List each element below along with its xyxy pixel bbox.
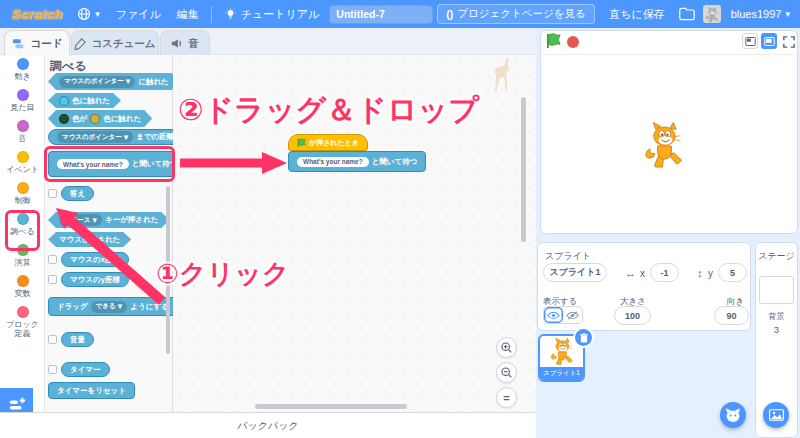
monitor-checkbox[interactable]	[48, 189, 57, 198]
show-button[interactable]	[544, 307, 563, 323]
palette-category-header: 調べる	[50, 58, 87, 75]
block-volume[interactable]: 音量	[61, 332, 94, 347]
tab-costumes[interactable]: コスチューム	[71, 30, 159, 56]
monitor-checkbox[interactable]	[48, 275, 57, 284]
add-sprite-button[interactable]	[720, 402, 746, 428]
block-key-pressed[interactable]: スペース▾ キーが押された	[48, 212, 169, 228]
menu-file[interactable]: ファイル	[110, 0, 167, 28]
dropdown-field[interactable]: マウスのポインター▾	[57, 131, 133, 143]
zoom-in-button[interactable]	[496, 337, 517, 358]
script-ask-and-wait[interactable]: What's your name? と聞いて待つ	[288, 151, 426, 172]
menu-tutorials[interactable]: チュートリアル	[218, 0, 326, 28]
chevron-down-icon: ▾	[95, 10, 100, 19]
dropdown-field[interactable]: マウスのポインター▾	[59, 76, 135, 88]
green-flag-icon	[297, 138, 306, 148]
block-answer[interactable]: 答え	[61, 186, 94, 201]
sprite-name-input[interactable]	[543, 263, 607, 282]
sprite-panel-title: スプライト	[545, 250, 591, 263]
category-color-dot	[17, 89, 29, 101]
annotation-step2: ②ドラッグ＆ドロップ	[178, 90, 479, 131]
block-mouse-down[interactable]: マウスが押された	[48, 232, 131, 247]
text-input-field[interactable]: What's your name?	[297, 157, 369, 167]
avatar[interactable]	[703, 5, 721, 23]
y-label: y	[708, 268, 713, 279]
monitor-checkbox[interactable]	[48, 365, 57, 374]
size-input[interactable]	[614, 306, 651, 325]
stage-divider	[541, 54, 797, 55]
script-hat-flag-clicked[interactable]: が押されたとき	[288, 134, 368, 151]
block-distance-to[interactable]: マウスのポインター▾ までの距離	[48, 129, 183, 145]
block-touching-color[interactable]: 色に触れた	[48, 93, 121, 108]
cat-face-icon	[725, 408, 741, 423]
see-project-page-button[interactable]: () プロジェクトページを見る	[437, 4, 594, 24]
stop-button[interactable]	[567, 36, 579, 48]
x-label: x	[640, 268, 645, 279]
large-stage-button[interactable]	[761, 33, 777, 49]
category-looks[interactable]: 見た目	[0, 89, 45, 112]
folder-icon[interactable]	[679, 7, 695, 21]
eye-icon	[547, 311, 560, 320]
category-variables[interactable]: 変数	[0, 275, 45, 298]
workspace-h-scrollbar[interactable]	[255, 404, 407, 409]
category-control[interactable]: 制御	[0, 182, 45, 205]
backdrop-count: 3	[755, 324, 798, 335]
zoom-out-button[interactable]	[496, 362, 517, 383]
zoom-reset-icon: =	[503, 392, 509, 404]
project-title-input[interactable]	[329, 5, 433, 24]
block-set-drag-mode[interactable]: ドラッグ できる▾ ようにする	[48, 297, 178, 316]
direction-input[interactable]	[714, 306, 749, 325]
eye-slash-icon	[566, 311, 579, 320]
category-events[interactable]: イベント	[0, 151, 45, 174]
block-touching[interactable]: マウスのポインター▾ に触れた	[48, 73, 180, 90]
small-stage-button[interactable]	[742, 33, 758, 49]
delete-sprite-button[interactable]	[575, 329, 592, 346]
category-color-dot	[17, 306, 29, 318]
dropdown-field[interactable]: できる▾	[91, 301, 128, 313]
tab-code[interactable]: コード	[4, 30, 70, 56]
backdrops-label: 背景	[755, 311, 798, 322]
y-position-input[interactable]	[718, 263, 747, 282]
tab-sounds[interactable]: 音	[160, 30, 210, 56]
dropdown-field[interactable]: スペース▾	[59, 214, 102, 226]
giraffe-pointer-icon	[489, 57, 511, 94]
block-color-touching-color[interactable]: 色が 色に触れた	[48, 110, 152, 127]
color-swatch[interactable]	[59, 114, 69, 124]
category-myblocks[interactable]: ブロック定義	[0, 306, 45, 338]
save-now-button[interactable]: 直ちに保存	[603, 0, 671, 28]
backpack-bar[interactable]: バックパック	[0, 412, 536, 438]
hide-button[interactable]	[563, 307, 582, 323]
scratch-logo[interactable]: Scratch	[8, 7, 67, 22]
visibility-toggle	[543, 306, 583, 324]
cat-sprite[interactable]	[642, 119, 686, 173]
block-timer[interactable]: タイマー	[61, 362, 110, 377]
extension-icon	[8, 396, 26, 414]
chevron-down-icon: ▾	[92, 216, 97, 225]
backdrop-thumbnail[interactable]	[759, 276, 794, 304]
block-mouse-y[interactable]: マウスのy座標	[61, 272, 129, 287]
brackets-icon: ()	[446, 8, 453, 20]
fullscreen-button[interactable]	[781, 34, 797, 50]
brush-icon	[74, 38, 86, 50]
zoom-reset-button[interactable]: =	[496, 387, 517, 408]
menu-edit[interactable]: 編集	[171, 0, 205, 28]
category-color-dot	[17, 58, 29, 70]
category-color-dot	[17, 182, 29, 194]
category-motion[interactable]: 動き	[0, 58, 45, 81]
block-reset-timer[interactable]: タイマーをリセット	[48, 382, 135, 399]
color-swatch[interactable]	[90, 114, 100, 124]
category-sound[interactable]: 音	[0, 120, 45, 143]
account-menu[interactable]: blues1997 ▾	[729, 0, 792, 28]
workspace-v-scrollbar[interactable]	[521, 97, 526, 242]
monitor-checkbox[interactable]	[48, 335, 57, 344]
fullscreen-icon	[783, 36, 795, 48]
language-selector[interactable]: ▾	[71, 0, 106, 28]
monitor-checkbox[interactable]	[48, 255, 57, 264]
speaker-icon	[171, 38, 183, 49]
green-flag-button[interactable]	[546, 33, 561, 49]
add-backdrop-button[interactable]	[763, 402, 789, 428]
block-mouse-x[interactable]: マウスのx座標	[61, 252, 129, 267]
x-position-input[interactable]	[650, 263, 679, 282]
color-swatch[interactable]	[59, 96, 69, 106]
chevron-down-icon: ▾	[126, 77, 131, 86]
annotation-step1: ①クリック	[156, 256, 289, 292]
